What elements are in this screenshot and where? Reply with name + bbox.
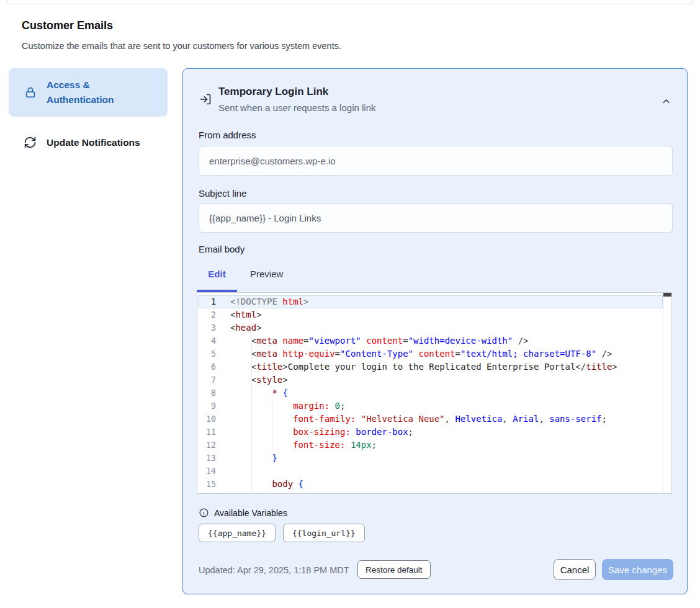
code-token: > xyxy=(256,323,261,333)
indent-guide xyxy=(251,360,252,373)
code-token: 14px xyxy=(351,440,372,450)
code-line[interactable]: margin: 0; xyxy=(230,400,662,413)
code-token: </ xyxy=(575,362,586,372)
code-token xyxy=(345,440,350,450)
restore-default-button[interactable]: Restore default xyxy=(357,560,431,579)
page-subtitle: Customize the emails that are sent to yo… xyxy=(22,41,341,51)
code-token: font-size: xyxy=(293,440,345,450)
sidebar-item-label: Update Notifications xyxy=(47,135,140,150)
indent-guide xyxy=(251,400,252,413)
code-token: = xyxy=(403,336,408,346)
code-token xyxy=(356,414,361,424)
code-token: > xyxy=(612,362,617,372)
code-token: head xyxy=(235,323,256,333)
code-line[interactable]: } xyxy=(230,452,662,465)
code-token xyxy=(361,336,366,346)
line-number: 10 xyxy=(197,413,216,426)
line-number: 12 xyxy=(197,439,216,452)
updated-timestamp: Updated: Apr 29, 2025, 1:18 PM MDT xyxy=(199,565,349,575)
code-token xyxy=(508,414,513,424)
subject-line-input[interactable] xyxy=(199,203,673,233)
code-line[interactable]: font-size: 14px; xyxy=(230,439,662,452)
tab-edit[interactable]: Edit xyxy=(197,269,237,279)
line-number: 11 xyxy=(197,426,216,439)
code-token: #f9f9f9 xyxy=(387,492,424,494)
code-token xyxy=(513,336,518,346)
code-token: { xyxy=(298,479,303,489)
line-number: 16 xyxy=(197,491,216,494)
code-line[interactable]: <meta name="viewport" content="width=dev… xyxy=(230,334,662,347)
code-line[interactable]: <head> xyxy=(230,321,662,334)
code-token: = xyxy=(335,349,340,359)
panel-subtitle: Sent when a user requests a login link xyxy=(218,102,375,113)
editor-scrollbar[interactable] xyxy=(663,293,671,493)
code-line[interactable]: font-family: "Helvetica Neue", Helvetica… xyxy=(230,413,662,426)
code-line[interactable]: <!DOCTYPE html> xyxy=(230,295,662,308)
sidebar-item-access-authentication[interactable]: Access & Authentication xyxy=(9,68,168,117)
code-token: 0 xyxy=(335,401,340,411)
code-token xyxy=(230,401,293,411)
sidebar-item-update-notifications[interactable]: Update Notifications xyxy=(9,127,168,157)
code-token xyxy=(544,414,549,424)
indent-guide xyxy=(251,465,252,478)
refresh-icon xyxy=(24,136,37,149)
variable-chip[interactable]: {{login_url}} xyxy=(283,524,365,542)
tab-preview[interactable]: Preview xyxy=(250,269,283,279)
code-line[interactable] xyxy=(230,465,662,478)
collapse-button[interactable] xyxy=(657,92,675,110)
code-token: , xyxy=(445,414,450,424)
code-token: meta xyxy=(256,336,277,346)
code-token xyxy=(230,336,251,346)
code-token: , xyxy=(502,414,507,424)
indent-guide xyxy=(251,491,252,494)
indent-guide xyxy=(251,387,252,400)
code-token: sans-serif xyxy=(549,414,601,424)
code-token: style xyxy=(256,375,282,385)
code-token: content xyxy=(366,336,403,346)
code-token: "Helvetica Neue" xyxy=(361,414,445,424)
code-token: "viewport" xyxy=(308,336,361,346)
info-icon[interactable] xyxy=(199,507,209,518)
available-variables-label: Available Variables xyxy=(214,508,287,518)
line-number: 9 xyxy=(197,400,216,413)
indent-guide xyxy=(251,452,252,465)
indent-guide xyxy=(272,491,272,494)
from-address-label: From address xyxy=(199,130,256,140)
code-line[interactable]: box-sizing: border-box; xyxy=(230,426,662,439)
line-number: 3 xyxy=(197,321,216,334)
code-line[interactable]: <meta http-equiv="Content-Type" content=… xyxy=(230,347,662,360)
code-line[interactable]: background-color: #f9f9f9; xyxy=(230,491,662,494)
code-token: <!DOCTYPE xyxy=(230,297,282,306)
indent-guide xyxy=(272,400,272,413)
code-token: Arial xyxy=(513,414,539,424)
panel-title: Temporary Login Link xyxy=(218,86,328,98)
line-number: 7 xyxy=(197,373,216,387)
code-line[interactable]: <title>Complete your login to the Replic… xyxy=(230,360,662,373)
code-token: html xyxy=(235,310,256,320)
variable-chip[interactable]: {{app_name}} xyxy=(199,524,276,542)
code-token xyxy=(293,479,298,489)
code-line[interactable]: <html> xyxy=(230,308,662,321)
code-token: box-sizing: xyxy=(293,427,351,437)
code-token: Complete your login to the Replicated En… xyxy=(288,362,576,372)
code-line[interactable]: * { xyxy=(230,387,662,400)
code-editor[interactable]: 12345678910111213141516 <!DOCTYPE html><… xyxy=(197,292,672,494)
code-token: > xyxy=(282,375,287,385)
indent-guide xyxy=(272,426,272,439)
cancel-button[interactable]: Cancel xyxy=(554,559,596,580)
scrollbar-thumb[interactable] xyxy=(663,293,671,297)
code-line[interactable]: <style> xyxy=(230,373,662,387)
log-in-icon xyxy=(199,93,212,105)
code-line[interactable]: body { xyxy=(230,478,662,491)
indent-guide xyxy=(251,439,252,452)
code-token: meta xyxy=(256,349,277,359)
code-token: content xyxy=(419,349,455,359)
code-token: border-box xyxy=(356,427,408,437)
from-address-input[interactable] xyxy=(199,146,673,176)
code-token: /> xyxy=(518,336,529,346)
line-number: 14 xyxy=(197,465,216,478)
code-token: ; xyxy=(602,414,607,424)
gutter: 12345678910111213141516 xyxy=(197,295,216,494)
email-body-tabs: Edit Preview xyxy=(197,269,283,279)
save-changes-button[interactable]: Save changes xyxy=(602,559,673,580)
